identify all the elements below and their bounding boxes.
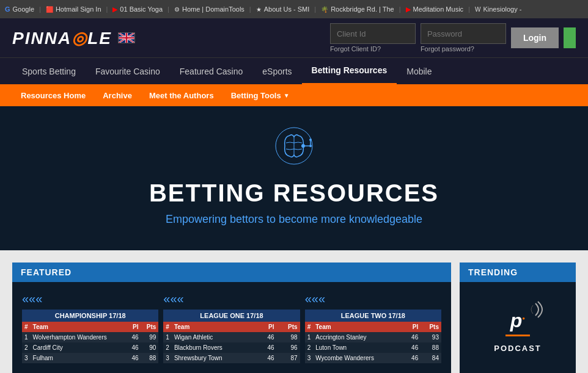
register-button[interactable] <box>564 27 576 48</box>
subnav-betting-tools[interactable]: Betting Tools ▼ <box>222 84 298 106</box>
password-group: Forgot password? <box>421 23 506 53</box>
content-area: FEATURED ««« CHAMPIONSHIP 17/18 # Team <box>0 250 588 373</box>
svg-point-6 <box>309 139 312 141</box>
table-row: 1 Wolverhampton Wanderers 46 99 <box>22 332 158 342</box>
col-pts: Pts <box>277 322 300 332</box>
table-row: 2 Luton Town 46 88 <box>305 342 441 353</box>
table-row: 2 Cardiff City 46 90 <box>22 342 158 353</box>
league-one-arrows: ««« <box>163 292 300 306</box>
table-row: 1 Accrington Stanley 46 93 <box>305 332 441 342</box>
tab-smi[interactable]: ★ About Us - SMI <box>256 5 310 13</box>
col-team: Team <box>313 322 404 332</box>
col-team: Team <box>31 322 127 332</box>
col-hash: # <box>22 322 31 332</box>
col-pl: Pl <box>404 322 421 332</box>
client-id-group: Forgot Client ID? <box>330 23 416 53</box>
featured-section: FEATURED ««« CHAMPIONSHIP 17/18 # Team <box>12 263 451 373</box>
subnav-meet-authors[interactable]: Meet the Authors <box>141 84 222 106</box>
trending-card: p● PODCAST <box>460 282 576 373</box>
site-wrapper: PINNA◎LE Forgot Client ID? Forgot passwo… <box>0 18 588 373</box>
nav-mobile[interactable]: Mobile <box>397 58 441 85</box>
subnav-archive[interactable]: Archive <box>94 84 141 106</box>
password-input[interactable] <box>421 23 506 44</box>
featured-header: FEATURED <box>12 263 451 282</box>
top-nav: PINNA◎LE Forgot Client ID? Forgot passwo… <box>0 18 588 57</box>
hero-title: BETTING RESOURCES <box>12 179 576 207</box>
championship-arrows: ««« <box>22 292 158 306</box>
championship-table: ««« CHAMPIONSHIP 17/18 # Team Pl Pts <box>22 292 158 363</box>
trending-section: TRENDING p● PODCAST <box>460 263 576 373</box>
main-nav: Sports Betting Favourite Casino Featured… <box>0 57 588 84</box>
col-hash: # <box>305 322 314 332</box>
featured-card: ««« CHAMPIONSHIP 17/18 # Team Pl Pts <box>12 282 451 373</box>
league-one-table: ««« LEAGUE ONE 17/18 # Team Pl Pts <box>163 292 300 363</box>
table-row: 2 Blackburn Rovers 46 96 <box>163 342 300 353</box>
table-row: 3 Fulham 46 88 <box>22 353 158 363</box>
tables-row: ««« CHAMPIONSHIP 17/18 # Team Pl Pts <box>22 292 441 363</box>
col-pts: Pts <box>421 322 441 332</box>
table-row: 1 Wigan Athletic 46 98 <box>163 332 300 342</box>
tab-meditation[interactable]: ▶ Meditation Music <box>406 5 464 13</box>
nav-esports[interactable]: eSports <box>252 58 301 85</box>
tab-rockbridge[interactable]: 🌴 Rockbridge Rd. | The <box>321 5 394 13</box>
forgot-client-link[interactable]: Forgot Client ID? <box>330 45 381 53</box>
table-row: 3 Shrewsbury Town 46 87 <box>163 353 300 363</box>
logo-area: PINNA◎LE <box>12 28 135 48</box>
league-two-title: LEAGUE TWO 17/18 <box>305 310 441 322</box>
table-row: 3 Wycombe Wanderers 46 84 <box>305 353 441 363</box>
login-area: Forgot Client ID? Forgot password? Login <box>330 23 576 53</box>
tab-hotmail[interactable]: 🟥 Hotmail Sign In <box>46 5 101 13</box>
browser-bar: G Google | 🟥 Hotmail Sign In | ▶ 01 Basi… <box>0 0 588 18</box>
tab-domaintools[interactable]: ⚙ Home | DomainTools <box>174 5 244 13</box>
col-team: Team <box>172 322 258 332</box>
tab-kinesiology[interactable]: W Kinesiology - <box>475 5 521 13</box>
subnav-resources-home[interactable]: Resources Home <box>12 84 94 106</box>
trending-header: TRENDING <box>460 263 576 282</box>
league-two-table: ««« LEAGUE TWO 17/18 # Team Pl Pts <box>305 292 441 363</box>
tab-yoga[interactable]: ▶ 01 Basic Yoga <box>112 5 163 13</box>
nav-betting-resources[interactable]: Betting Resources <box>302 58 397 85</box>
uk-flag-icon[interactable] <box>118 32 135 43</box>
brain-icon <box>273 125 315 167</box>
podcast-label: PODCAST <box>494 344 542 353</box>
col-pts: Pts <box>141 322 159 332</box>
sound-waves-icon <box>523 297 548 322</box>
hero-section: BETTING RESOURCES Empowering bettors to … <box>0 106 588 250</box>
col-pl: Pl <box>258 322 277 332</box>
logo-accent: ◎ <box>72 29 87 48</box>
sub-nav: Resources Home Archive Meet the Authors … <box>0 84 588 106</box>
col-pl: Pl <box>127 322 141 332</box>
podcast-orange-bar <box>505 335 530 336</box>
nav-featured-casino[interactable]: Featured Casino <box>170 58 253 85</box>
client-id-input[interactable] <box>330 23 416 44</box>
league-one-title: LEAGUE ONE 17/18 <box>163 310 300 322</box>
championship-title: CHAMPIONSHIP 17/18 <box>22 310 158 322</box>
svg-point-2 <box>301 144 305 148</box>
tab-google[interactable]: G Google <box>5 5 34 13</box>
forgot-password-link[interactable]: Forgot password? <box>421 45 474 53</box>
login-button[interactable]: Login <box>511 27 559 48</box>
svg-point-4 <box>309 145 312 147</box>
betting-tools-dropdown-icon: ▼ <box>284 92 290 99</box>
logo[interactable]: PINNA◎LE <box>12 28 112 48</box>
league-two-arrows: ««« <box>305 292 441 306</box>
nav-favourite-casino[interactable]: Favourite Casino <box>86 58 170 85</box>
col-hash: # <box>163 322 172 332</box>
hero-subtitle: Empowering bettors to become more knowle… <box>12 213 576 226</box>
nav-sports-betting[interactable]: Sports Betting <box>12 58 86 85</box>
